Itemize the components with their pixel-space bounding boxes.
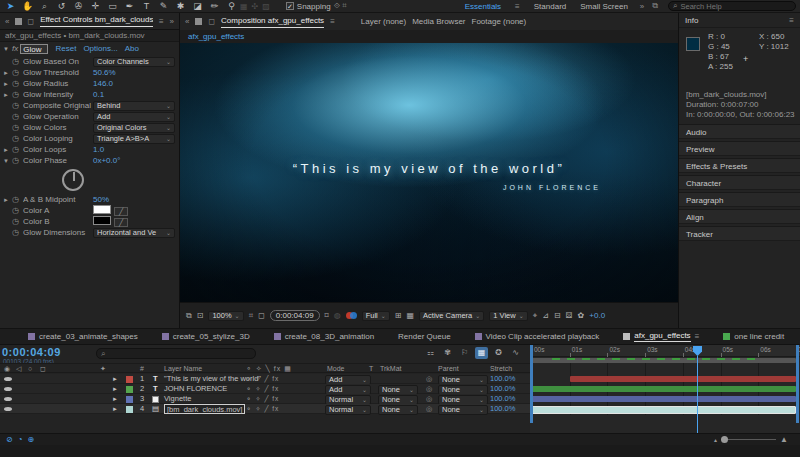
panel-header-align[interactable]: Align <box>679 209 800 224</box>
visibility-eye-icon[interactable] <box>4 397 12 401</box>
type-tool[interactable]: T <box>140 0 153 12</box>
stopwatch-icon[interactable]: ◷ <box>12 217 23 226</box>
twirl-icon[interactable]: ► <box>3 197 12 203</box>
lock-icon[interactable]: ◻ <box>28 17 35 26</box>
effect-param[interactable]: ►◷Glow Threshold50.6% <box>0 67 179 78</box>
mode-dropdown[interactable]: Normal⌄ <box>325 395 371 405</box>
about-link[interactable]: Abo <box>125 44 139 53</box>
collapse-panel-icon[interactable]: « <box>5 17 9 26</box>
parent-dropdown[interactable]: None⌄ <box>438 375 488 385</box>
param-dropdown[interactable]: Behind⌄ <box>93 101 175 111</box>
hide-shy-layers-icon[interactable]: ⚐ <box>458 347 471 359</box>
eyedropper-icon[interactable]: ╱ <box>114 207 128 216</box>
zoom-out-icon[interactable]: ▴ <box>714 436 717 443</box>
parent-dropdown[interactable]: None⌄ <box>438 395 488 405</box>
layer-label-chip[interactable] <box>126 386 133 393</box>
layer-switch-icons[interactable]: ⚬ ✧ ╱ fx <box>246 384 279 394</box>
effect-param[interactable]: ►◷Glow Radius146.0 <box>0 78 179 89</box>
show-channel-icon[interactable] <box>346 311 357 320</box>
roto-brush-tool[interactable]: ✏ <box>208 0 221 12</box>
effect-param[interactable]: ►◷Glow Intensity0.1 <box>0 89 179 100</box>
layer-row[interactable]: ►1T"This is my view of the world"⚬ ✧ ╱ f… <box>0 374 530 384</box>
trkmat-dropdown[interactable]: None⌄ <box>378 405 418 415</box>
clone-stamp-tool[interactable]: ✱ <box>174 0 187 12</box>
param-value[interactable]: 0.1 <box>93 90 104 99</box>
twirl-icon[interactable]: ► <box>3 92 12 98</box>
stopwatch-icon[interactable]: ◷ <box>12 68 23 77</box>
draft-3d-icon[interactable]: ✾ <box>441 347 454 359</box>
stopwatch-icon[interactable]: ◷ <box>12 90 23 99</box>
tab-effect-controls[interactable]: Effect Controls bm_dark_clouds.mov <box>40 15 153 27</box>
timeline-tab-create-05-stylize-3d[interactable]: create_05_stylize_3D <box>162 332 250 341</box>
visibility-eye-icon[interactable] <box>4 387 12 391</box>
playhead-line[interactable] <box>697 356 698 445</box>
layer-label-chip[interactable] <box>126 376 133 383</box>
trkmat-dropdown[interactable]: None⌄ <box>378 385 418 395</box>
visibility-eye-icon[interactable] <box>4 377 12 381</box>
timeline-tab-create-08-3d-animation[interactable]: create_08_3D_animation <box>274 332 374 341</box>
stretch-value[interactable]: 100.0% <box>490 374 526 384</box>
grid-guides-icon[interactable]: ⌗ <box>249 311 254 321</box>
layer-row[interactable]: ►4▤[bm_dark_clouds.mov]⚬ ✧ ╱ fxNormal⌄No… <box>0 404 530 414</box>
channel-dropdown[interactable]: Full⌄ <box>362 311 390 321</box>
stretch-value[interactable]: 100.0% <box>490 404 526 414</box>
panel-header-audio[interactable]: Audio <box>679 124 800 139</box>
puppet-pin-tool[interactable]: ⚲ <box>225 0 238 12</box>
layer-twirl-icon[interactable]: ► <box>112 374 118 384</box>
reset-exposure-icon[interactable]: ✿ <box>578 311 585 320</box>
pixel-aspect-icon[interactable]: ⌖ <box>533 311 538 321</box>
layer-row[interactable]: ►3Vignette⚬ ✧ ╱ fxNormal⌄None⌄◎None⌄100.… <box>0 394 530 404</box>
mode-dropdown[interactable]: Normal⌄ <box>325 405 371 415</box>
param-value[interactable]: 50.6% <box>93 68 116 77</box>
transparency-grid-icon[interactable]: ▦ <box>407 311 415 320</box>
workspace-standard[interactable]: Standard <box>534 2 566 11</box>
brainstorm-icon[interactable]: ⊕ <box>28 435 35 444</box>
effect-param[interactable]: ◷Glow ColorsOriginal Colors⌄ <box>0 122 179 133</box>
workspace-menu-icon[interactable]: ≡ <box>515 2 520 11</box>
effect-param[interactable]: ▼◷Color Phase0x+0.0° <box>0 155 179 166</box>
stopwatch-icon[interactable]: ◷ <box>12 206 23 215</box>
navigator-start-handle[interactable] <box>530 345 533 423</box>
timeline-tab-one-line-credit[interactable]: one line credit <box>723 332 784 341</box>
effect-param[interactable]: ◷Color B╱ <box>0 216 179 227</box>
color-swatch[interactable] <box>93 216 111 225</box>
motion-blur-toggle-icon[interactable]: ◔ <box>18 435 23 444</box>
motion-blur-icon[interactable]: ✪ <box>492 347 505 359</box>
magnification-dropdown[interactable]: 100%⌄ <box>208 311 243 321</box>
help-search[interactable]: ⌕ <box>668 1 796 11</box>
effect-param[interactable]: ◷Color LoopingTriangle A>B>A⌄ <box>0 133 179 144</box>
rectangle-tool[interactable]: ▭ <box>106 0 119 12</box>
stopwatch-icon[interactable]: ◷ <box>12 123 23 132</box>
stretch-value[interactable]: 100.0% <box>490 394 526 404</box>
panel-menu-icon[interactable]: ≡ <box>695 332 700 341</box>
panel-header-paragraph[interactable]: Paragraph <box>679 192 800 207</box>
timeline-tab-render-queue[interactable]: Render Queue <box>398 332 450 341</box>
timeline-tab-video-clip-accelerated-playback[interactable]: Video Clip accelerated playback <box>475 332 600 341</box>
camera-dropdown[interactable]: Active Camera⌄ <box>419 311 484 321</box>
panel-header-preview[interactable]: Preview <box>679 141 800 156</box>
effect-param[interactable]: ◷Glow OperationAdd⌄ <box>0 111 179 122</box>
timeline-tab-afx-gpu-effects[interactable]: afx_gpu_effects ≡ <box>623 331 699 342</box>
info-panel-header[interactable]: Info ≡ <box>679 13 800 28</box>
layer-name[interactable]: [bm_dark_clouds.mov] <box>164 404 245 414</box>
visibility-eye-icon[interactable] <box>4 407 12 411</box>
reset-link[interactable]: Reset <box>55 44 76 53</box>
stopwatch-icon[interactable]: ◷ <box>12 101 23 110</box>
panel-menu-icon[interactable]: ≡ <box>789 16 794 25</box>
graph-editor-icon[interactable]: ∿ <box>509 347 522 359</box>
brush-tool[interactable]: ✎ <box>157 0 170 12</box>
options-link[interactable]: Options... <box>83 44 117 53</box>
mask-visibility-icon[interactable]: ◻ <box>258 311 265 320</box>
layer-bar[interactable] <box>570 376 796 382</box>
viewer-tab[interactable]: afx_gpu_effects <box>180 30 678 43</box>
zoom-slider-handle[interactable] <box>721 436 728 443</box>
work-area-bar[interactable] <box>532 358 796 363</box>
preview-timecode[interactable]: 0:00:04:09 <box>270 310 320 321</box>
timeline-zoom-control[interactable]: ▴ ▲ <box>714 435 788 444</box>
timeline-track-area[interactable]: 00s01s02s03s04s05s06s07 <box>530 345 800 445</box>
layer-bar[interactable] <box>532 386 796 392</box>
more-workspaces-icon[interactable]: » <box>640 2 644 11</box>
stopwatch-icon[interactable]: ◷ <box>12 228 23 237</box>
parent-dropdown[interactable]: None⌄ <box>438 405 488 415</box>
snap-edges-icon[interactable]: ⟐ <box>334 1 343 10</box>
